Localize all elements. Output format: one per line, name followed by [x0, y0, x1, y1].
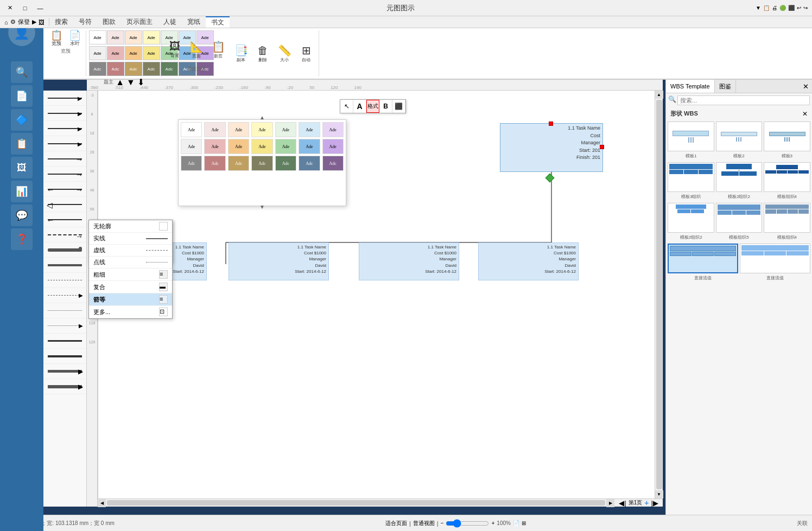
- panel-toggle-btn[interactable]: ✕: [802, 110, 808, 118]
- arrow-item-9[interactable]: ←: [43, 212, 86, 227]
- style-cell-3-4[interactable]: Adc: [251, 156, 272, 171]
- left-icon-4[interactable]: 🔷: [11, 109, 33, 131]
- arrow-item-16[interactable]: ▶: [43, 318, 86, 334]
- select-tool-btn[interactable]: ↖: [340, 100, 353, 113]
- style-cell-3-1[interactable]: Adc: [181, 156, 202, 171]
- arrow-item-15[interactable]: [43, 303, 86, 318]
- panel-close-btn[interactable]: ✕: [800, 82, 812, 91]
- arrow-item-19[interactable]: ▶: [43, 364, 86, 379]
- next-page-btn[interactable]: |▶: [651, 499, 658, 507]
- scrollbar-thumb-h[interactable]: [107, 500, 605, 506]
- page-size-btn[interactable]: 📏 大小: [274, 39, 295, 68]
- dotted-line-item[interactable]: 点线: [89, 257, 172, 268]
- scrollbar-horizontal[interactable]: ◀ ▶ ◀| 第1页 + |▶: [98, 498, 663, 507]
- style-cell[interactable]: Ade: [125, 30, 142, 44]
- style-cell-2-6[interactable]: Ade: [299, 139, 320, 154]
- left-icon-9[interactable]: ❓: [11, 228, 33, 250]
- flow-template-active[interactable]: [668, 244, 738, 273]
- background-btn[interactable]: 🖼 背景: [164, 35, 185, 65]
- wbs-template-3[interactable]: [764, 203, 810, 233]
- style-cell-2-2[interactable]: Ade: [204, 139, 225, 154]
- style-cell-1-6[interactable]: Ade: [299, 122, 320, 137]
- style-cell-3-2[interactable]: Adc: [204, 156, 225, 171]
- tab-search[interactable]: 搜索: [49, 16, 73, 28]
- arrow-item-13[interactable]: [43, 273, 86, 288]
- scroll-left-btn[interactable]: ◀: [98, 499, 106, 507]
- resize-handle-top[interactable]: [549, 121, 553, 126]
- format-tool-btn[interactable]: 格式: [366, 100, 379, 113]
- connector-handle[interactable]: [545, 174, 555, 183]
- no-outline-item[interactable]: 无轮廓: [89, 220, 172, 233]
- font-tool-btn[interactable]: B: [379, 100, 392, 113]
- tab-page-view[interactable]: 页示面主: [121, 16, 158, 28]
- style-cell-1-5[interactable]: Ade: [275, 122, 296, 137]
- arrow-item-14[interactable]: ▶: [43, 288, 86, 303]
- wbs-node-1[interactable]: 1.1 Task Name Cost Manager Start: 201 Fi…: [500, 123, 603, 172]
- popup-scroll-down[interactable]: ▼: [259, 204, 265, 210]
- new-page-btn[interactable]: 📋 新页: [208, 35, 229, 65]
- home-icon[interactable]: ⌂: [4, 19, 8, 25]
- resize-handle-right[interactable]: [600, 145, 604, 149]
- style-cell-3-3[interactable]: Adc: [228, 156, 249, 171]
- up-scroll-btn[interactable]: ▲: [116, 78, 124, 87]
- save-label[interactable]: 保登: [18, 18, 30, 26]
- left-icon-6[interactable]: 🖼: [11, 157, 33, 178]
- duplicate-page-btn[interactable]: 📑 副本: [231, 39, 251, 68]
- solid-line-item[interactable]: 实线: [89, 233, 172, 245]
- compound-item[interactable]: 复合 ▬: [89, 281, 172, 293]
- style-cell[interactable]: Adc: [89, 62, 106, 76]
- arrow-item-5[interactable]: →: [43, 151, 86, 167]
- arrow-item-12[interactable]: [43, 258, 86, 273]
- template-thumb-1[interactable]: [668, 121, 714, 151]
- arrow-item-8[interactable]: ◁: [43, 197, 86, 212]
- left-icon-5[interactable]: 📋: [11, 133, 33, 155]
- left-icon-8[interactable]: 💬: [11, 204, 33, 226]
- style-cell-1-1[interactable]: Ade: [181, 122, 202, 137]
- close-button[interactable]: ✕: [4, 3, 15, 14]
- page-layout-btn[interactable]: 📐 页面: [186, 35, 207, 65]
- wbs-node-2[interactable]: 1.1 Task Name Cost $1000 Manager David S…: [478, 242, 579, 280]
- style-cell[interactable]: Ade: [125, 46, 142, 60]
- arrow-item-7[interactable]: ←→: [43, 182, 86, 197]
- left-icon-2[interactable]: 🔍: [11, 61, 33, 83]
- org-template-3[interactable]: [764, 162, 810, 192]
- left-icon-7[interactable]: 📊: [11, 181, 33, 202]
- maximize-button[interactable]: □: [20, 3, 30, 14]
- add-page-btn[interactable]: +: [644, 498, 649, 507]
- expand-btn[interactable]: ⬇: [137, 77, 144, 87]
- style-cell-1-7[interactable]: Ade: [322, 122, 344, 137]
- prev-page-btn[interactable]: ◀|: [619, 499, 626, 507]
- template-thumb-2[interactable]: [716, 121, 763, 151]
- arrow-item-1[interactable]: ▶: [43, 91, 86, 106]
- zoom-in-btn[interactable]: +: [491, 520, 494, 526]
- left-icon-3[interactable]: 📄: [11, 85, 33, 107]
- style-cell[interactable]: Adc: [107, 62, 124, 76]
- org-template-2[interactable]: [716, 162, 763, 192]
- arrow-item-4[interactable]: ▶: [43, 136, 86, 151]
- style-cell-2-4[interactable]: Ade: [251, 139, 272, 154]
- arrow-item-11[interactable]: [43, 242, 86, 258]
- tab-people[interactable]: 人徒: [158, 16, 182, 28]
- scroll-up-btn[interactable]: ▲: [655, 91, 663, 99]
- scroll-down-btn[interactable]: ▼: [655, 490, 663, 498]
- scroll-right-btn[interactable]: ▶: [606, 499, 614, 507]
- template-thumb-3[interactable]: [764, 121, 810, 151]
- style-cell[interactable]: Ade: [89, 30, 106, 44]
- gear-icon[interactable]: ⚙: [10, 18, 16, 25]
- style-cell-2-5[interactable]: Ade: [275, 139, 296, 154]
- arrow-item-20[interactable]: ▶: [43, 379, 86, 394]
- grid-btn[interactable]: ⊞: [522, 520, 526, 526]
- wbs-node-4[interactable]: 1.1 Task Name Cost $1000 Manager David S…: [229, 242, 329, 280]
- wbs-template-2[interactable]: [716, 203, 763, 233]
- style-cell-2-3[interactable]: Ade: [228, 139, 249, 154]
- page-icon-btn[interactable]: 📄: [513, 520, 519, 526]
- scrollbar-thumb-v[interactable]: [656, 100, 662, 489]
- arrow-item-6[interactable]: →: [43, 167, 86, 182]
- normal-view-btn[interactable]: 普通视图: [413, 520, 435, 527]
- zoom-slider[interactable]: [446, 519, 489, 528]
- fit-page-btn[interactable]: 适合页面: [385, 520, 407, 527]
- flow-template-2[interactable]: [740, 244, 810, 273]
- style-cell-3-5[interactable]: Adc: [275, 156, 296, 171]
- delete-page-btn[interactable]: 🗑 删除: [252, 39, 273, 68]
- tab-book[interactable]: 书文: [206, 16, 230, 28]
